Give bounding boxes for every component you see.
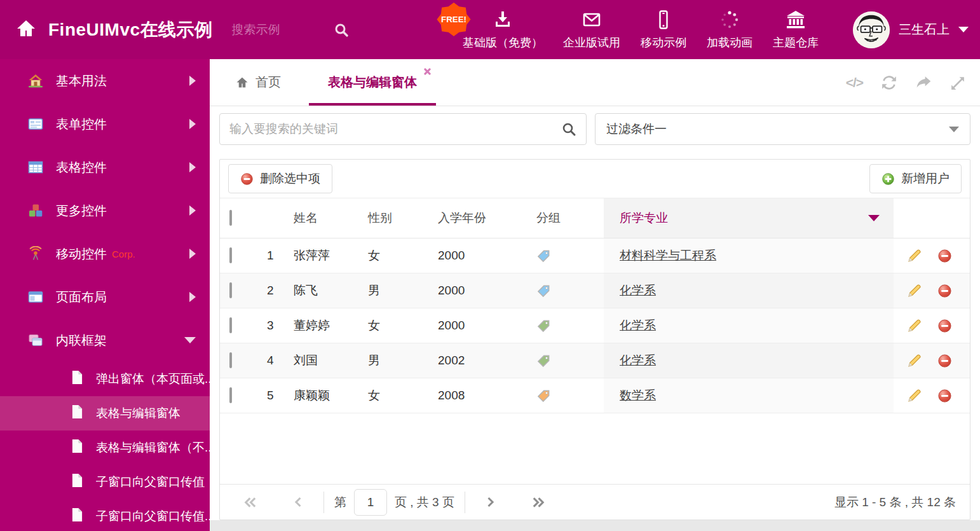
source-code-icon[interactable]: </> — [846, 75, 863, 90]
app-header: FineUIMvc在线示例 FREE! 基础版（免费） 企业版试用 移动示例 — [0, 0, 980, 59]
chevron-right-icon — [189, 249, 196, 259]
page-number-input[interactable] — [354, 489, 387, 516]
sidebar-subitem-label: 表格与编辑窗体 — [96, 405, 180, 422]
row-checkbox[interactable] — [229, 317, 232, 333]
search-icon[interactable] — [334, 22, 349, 38]
record-summary: 显示 1 - 5 条 , 共 12 条 — [834, 494, 956, 511]
tag-icon — [536, 319, 604, 333]
home-icon — [28, 73, 43, 88]
refresh-icon[interactable] — [881, 74, 897, 91]
tab-home[interactable]: 首页 — [229, 59, 287, 106]
tag-icon — [536, 354, 604, 368]
filter-dropdown[interactable]: 过滤条件一 — [595, 113, 970, 145]
sidebar-item-label: 表单控件 — [56, 116, 107, 133]
nav-loading-anim[interactable]: 加载动画 — [707, 10, 752, 50]
col-name[interactable]: 姓名 — [285, 210, 359, 226]
row-number: 1 — [261, 249, 285, 263]
sidebar-item-page-layout[interactable]: 页面布局 — [0, 275, 210, 319]
sidebar-item-grid-controls[interactable]: 表格控件 — [0, 146, 210, 189]
free-badge-text: FREE! — [441, 15, 466, 24]
divider — [323, 492, 324, 513]
user-menu[interactable]: 三生石上 — [853, 0, 969, 59]
chevron-right-icon — [189, 205, 196, 216]
major-link[interactable]: 数学系 — [620, 387, 656, 404]
row-checkbox[interactable] — [229, 247, 232, 263]
major-link[interactable]: 化学系 — [620, 352, 656, 369]
edit-icon[interactable] — [906, 248, 922, 264]
row-checkbox[interactable] — [229, 282, 232, 298]
nav-basic-free[interactable]: 基础版（免费） — [463, 10, 543, 50]
pagination-bar: 第 页 , 共 3 页 显示 1 - 5 条 , 共 12 条 — [220, 484, 970, 520]
add-user-button[interactable]: 新增用户 — [869, 164, 962, 193]
next-page-button[interactable] — [484, 496, 496, 508]
sidebar-subitem-child-to-parent-2[interactable]: 子窗口向父窗口传值... — [0, 499, 210, 531]
major-link[interactable]: 化学系 — [620, 317, 656, 334]
last-page-button[interactable] — [531, 496, 546, 509]
nav-enterprise-trial[interactable]: 企业版试用 — [563, 10, 620, 50]
delete-selected-button[interactable]: 删除选中项 — [228, 164, 332, 193]
nav-label: 主题仓库 — [773, 35, 819, 50]
sidebar: 基本用法 表单控件 表格控件 更多控件 移动控件 Corp. 页面布局 — [0, 59, 210, 531]
free-badge: FREE! — [435, 1, 472, 38]
major-link[interactable]: 化学系 — [620, 282, 656, 299]
cell-year: 2002 — [429, 354, 527, 368]
close-icon[interactable] — [423, 67, 431, 76]
table-icon — [28, 160, 43, 175]
major-link[interactable]: 材料科学与工程系 — [620, 247, 716, 264]
delete-icon[interactable] — [937, 284, 952, 298]
sidebar-item-label: 基本用法 — [56, 72, 107, 90]
tab-grid-edit-window[interactable]: 表格与编辑窗体 — [309, 59, 436, 106]
sidebar-item-more-controls[interactable]: 更多控件 — [0, 189, 210, 232]
col-year[interactable]: 入学年份 — [429, 210, 527, 226]
grid-toolbar: 删除选中项 新增用户 — [220, 160, 970, 198]
prev-page-button[interactable] — [292, 496, 304, 508]
delete-icon[interactable] — [937, 249, 952, 263]
home-icon — [235, 76, 249, 89]
tag-icon — [536, 284, 604, 298]
edit-icon[interactable] — [906, 318, 922, 334]
cell-name: 董婷婷 — [285, 317, 359, 334]
sidebar-subitem-grid-edit-window[interactable]: 表格与编辑窗体 — [0, 396, 210, 431]
sidebar-subitem-grid-edit-window-2[interactable]: 表格与编辑窗体（不... — [0, 431, 210, 465]
file-icon — [71, 404, 83, 422]
chevron-right-icon — [189, 292, 196, 302]
chevron-down-icon — [868, 215, 880, 221]
search-icon[interactable] — [561, 121, 576, 137]
sidebar-subitem-popup-window[interactable]: 弹出窗体（本页面或... — [0, 362, 210, 396]
keyword-search-input[interactable] — [229, 122, 561, 136]
envelope-icon — [581, 10, 602, 30]
sidebar-item-form-controls[interactable]: 表单控件 — [0, 102, 210, 146]
cell-gender: 女 — [359, 247, 429, 264]
table-row: 1 张萍萍 女 2000 材料科学与工程系 — [220, 238, 970, 273]
delete-icon[interactable] — [937, 354, 952, 368]
edit-icon[interactable] — [906, 353, 922, 369]
avatar — [853, 11, 890, 48]
page-prefix: 第 — [334, 494, 346, 511]
sidebar-item-iframe[interactable]: 内联框架 — [0, 319, 210, 362]
maximize-icon[interactable] — [950, 75, 966, 91]
col-group[interactable]: 分组 — [527, 210, 604, 226]
nav-theme-repo[interactable]: 主题仓库 — [773, 10, 819, 50]
first-page-button[interactable] — [243, 496, 258, 509]
col-major[interactable]: 所学专业 — [604, 198, 894, 238]
col-gender[interactable]: 性别 — [359, 210, 429, 226]
sidebar-item-basic-usage[interactable]: 基本用法 — [0, 59, 210, 102]
select-all-checkbox[interactable] — [229, 210, 232, 226]
edit-icon[interactable] — [906, 283, 922, 299]
open-new-window-icon[interactable] — [915, 74, 932, 91]
row-checkbox[interactable] — [229, 352, 232, 368]
sidebar-item-mobile-controls[interactable]: 移动控件 Corp. — [0, 232, 210, 275]
edit-icon[interactable] — [906, 388, 922, 404]
nav-mobile-demo[interactable]: 移动示例 — [641, 10, 686, 50]
cell-gender: 女 — [359, 317, 429, 334]
sidebar-subitem-child-to-parent[interactable]: 子窗口向父窗口传值 — [0, 465, 210, 499]
header-search — [232, 22, 349, 38]
delete-icon[interactable] — [937, 319, 952, 333]
col-major-label: 所学专业 — [620, 210, 668, 226]
header-search-input[interactable] — [232, 23, 327, 37]
spinner-icon — [719, 10, 740, 30]
bank-icon — [785, 10, 806, 30]
row-checkbox[interactable] — [229, 387, 232, 403]
brand-home-icon[interactable] — [15, 18, 37, 41]
delete-icon[interactable] — [937, 389, 952, 403]
